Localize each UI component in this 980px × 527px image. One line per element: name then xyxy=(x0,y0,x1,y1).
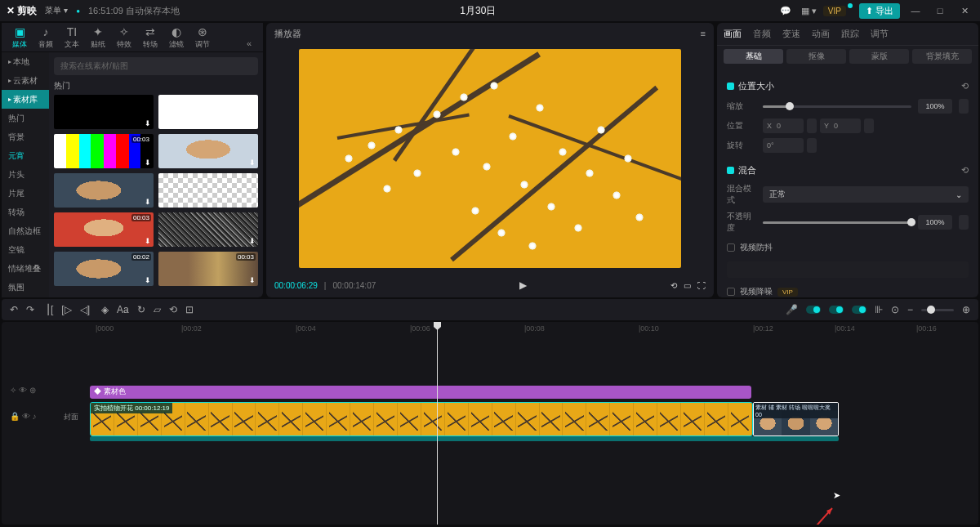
subtab-basic[interactable]: 基础 xyxy=(724,49,783,64)
close-button[interactable]: ✕ xyxy=(956,2,973,19)
sidebar-item-emotion[interactable]: 情绪堆叠 xyxy=(2,260,49,279)
zoom-in-icon[interactable]: ⊕ xyxy=(962,304,970,315)
magnet-icon[interactable]: ⊙ xyxy=(891,304,899,315)
timeline[interactable]: |0000|00:02|00:04|00:06|00:08|00:10|00:1… xyxy=(2,322,978,525)
sidebar-item-empty[interactable]: 空镜 xyxy=(2,241,49,260)
media-thumbnail[interactable]: 00:03⬇ xyxy=(54,134,154,168)
reset-blend-icon[interactable]: ⟲ xyxy=(961,165,969,176)
adjustment-track[interactable]: ◆ 素材色 xyxy=(90,386,751,399)
sidebar-item-mood[interactable]: 氛围 xyxy=(2,279,49,297)
opacity-stepper[interactable] xyxy=(959,215,969,230)
media-thumbnail[interactable]: 00:03⬇ xyxy=(158,252,258,286)
feedback-icon[interactable]: 💬 xyxy=(777,2,795,19)
pos-x-stepper[interactable] xyxy=(807,118,817,133)
tab-effects[interactable]: ✧特效 xyxy=(111,24,137,51)
prop-tab-speed[interactable]: 变速 xyxy=(782,28,800,40)
zoom-slider[interactable] xyxy=(921,309,954,311)
tab-text[interactable]: TI文本 xyxy=(59,24,85,51)
fullscreen-icon[interactable]: ⛶ xyxy=(697,281,706,290)
tab-audio[interactable]: ♪音频 xyxy=(33,24,59,51)
media-thumbnail[interactable]: ⬇ xyxy=(158,173,258,208)
track-controls-2[interactable]: 🔒 👁 ♪ xyxy=(10,412,37,421)
media-thumbnail[interactable]: 00:02⬇ xyxy=(54,252,154,286)
tab-filter[interactable]: ◐滤镜 xyxy=(163,24,189,51)
redo-icon[interactable]: ↷ xyxy=(26,304,34,315)
search-input[interactable]: 搜索在线素材/贴图 xyxy=(54,57,258,75)
refresh-icon[interactable]: ↻ xyxy=(137,304,145,315)
tab-sticker[interactable]: ✦贴纸 xyxy=(85,24,111,51)
minimize-button[interactable]: — xyxy=(906,2,924,19)
undo-icon[interactable]: ↶ xyxy=(10,304,18,315)
denoise-checkbox[interactable] xyxy=(727,288,735,296)
rotation-stepper[interactable] xyxy=(807,138,817,153)
sidebar-item-lantern[interactable]: 元宵 xyxy=(2,146,49,165)
delete-left-icon[interactable]: [▷ xyxy=(61,304,71,315)
mirror-icon[interactable]: ⊡ xyxy=(185,304,194,315)
scale-reset-icon[interactable]: ⟲ xyxy=(670,281,677,290)
sidebar-item-trans[interactable]: 转场 xyxy=(2,203,49,222)
download-icon[interactable]: ⬇ xyxy=(249,119,256,127)
preview-viewport[interactable] xyxy=(266,44,714,273)
align-icon[interactable]: ⊪ xyxy=(875,304,883,315)
tab-adjust[interactable]: ⊛调节 xyxy=(189,24,216,51)
auto-toggle-3[interactable] xyxy=(852,306,866,314)
tab-transition[interactable]: ⇄转场 xyxy=(137,24,163,51)
auto-toggle-2[interactable] xyxy=(829,306,844,314)
download-icon[interactable]: ⬇ xyxy=(145,159,151,167)
reverse-icon[interactable]: ⟲ xyxy=(169,304,177,315)
scale-value[interactable]: 100% xyxy=(918,99,952,114)
scale-stepper[interactable] xyxy=(959,99,969,114)
sidebar-item-library[interactable]: 素材库 xyxy=(2,90,49,109)
auto-toggle-1[interactable] xyxy=(806,306,821,314)
ratio-icon[interactable]: ▭ xyxy=(684,281,691,290)
export-button[interactable]: ⬆ 导出 xyxy=(859,3,900,19)
sidebar-item-frame[interactable]: 自然边框 xyxy=(2,222,49,241)
split-icon[interactable]: ⎮[ xyxy=(46,304,53,315)
prop-tab-picture[interactable]: 画面 xyxy=(724,28,742,40)
prop-tab-track[interactable]: 跟踪 xyxy=(841,28,859,40)
video-clip-main[interactable]: 实拍植物开花 00:00:12:19 xyxy=(90,402,753,436)
sidebar-item-hot[interactable]: 热门 xyxy=(2,109,49,127)
download-icon[interactable]: ⬇ xyxy=(145,276,151,284)
sidebar-item-outro[interactable]: 片尾 xyxy=(2,185,49,203)
pos-x-input[interactable]: X0 xyxy=(763,118,804,133)
opacity-value[interactable]: 100% xyxy=(918,215,952,230)
download-icon[interactable]: ⬇ xyxy=(145,237,151,245)
scale-slider[interactable] xyxy=(763,105,911,108)
sidebar-item-bg[interactable]: 背景 xyxy=(2,127,49,146)
download-icon[interactable]: ⬇ xyxy=(249,159,256,167)
subtab-cutout[interactable]: 抠像 xyxy=(786,49,846,64)
pos-y-input[interactable]: Y0 xyxy=(820,118,861,133)
playhead[interactable] xyxy=(437,322,438,525)
media-thumbnail[interactable]: ⬇ xyxy=(158,95,258,129)
opacity-slider[interactable] xyxy=(763,221,911,224)
media-thumbnail[interactable]: ⬇ xyxy=(158,212,258,247)
delete-right-icon[interactable]: ◁] xyxy=(80,304,90,315)
download-icon[interactable]: ⬇ xyxy=(249,198,256,206)
video-clip-2[interactable]: 素材 辅 素材 转场 啦啦啦大奖 00 xyxy=(753,402,839,436)
player-menu-icon[interactable]: ≡ xyxy=(701,29,706,38)
download-icon[interactable]: ⬇ xyxy=(249,276,256,284)
vip-badge[interactable]: VIP xyxy=(823,6,846,16)
crop-icon[interactable]: ▱ xyxy=(154,304,161,315)
maximize-button[interactable]: □ xyxy=(931,2,949,19)
text-tool-icon[interactable]: Aa xyxy=(117,304,129,315)
audio-underbar[interactable] xyxy=(90,436,839,441)
layout-icon[interactable]: ▦ ▾ xyxy=(801,2,817,19)
tab-media[interactable]: ▣媒体 xyxy=(7,24,33,51)
collapse-button[interactable]: « xyxy=(240,35,258,51)
track-controls-1[interactable]: ✧ 👁 ⊕ xyxy=(10,386,36,395)
download-icon[interactable]: ⬇ xyxy=(145,198,151,206)
media-thumbnail[interactable]: ⬇ xyxy=(158,134,258,168)
prop-tab-adjust[interactable]: 调节 xyxy=(871,28,889,40)
download-icon[interactable]: ⬇ xyxy=(249,237,256,245)
media-thumbnail[interactable]: 00:03⬇ xyxy=(54,212,154,247)
pos-y-stepper[interactable] xyxy=(864,118,874,133)
subtab-mask[interactable]: 蒙版 xyxy=(849,49,909,64)
prop-tab-audio[interactable]: 音频 xyxy=(753,28,771,40)
blendmode-select[interactable]: 正常⌄ xyxy=(763,186,969,203)
reset-position-icon[interactable]: ⟲ xyxy=(961,81,969,92)
menu-dropdown[interactable]: 菜单 ▾ xyxy=(45,5,68,16)
sidebar-item-cloud[interactable]: 云素材 xyxy=(2,71,49,90)
sidebar-item-intro[interactable]: 片头 xyxy=(2,165,49,184)
